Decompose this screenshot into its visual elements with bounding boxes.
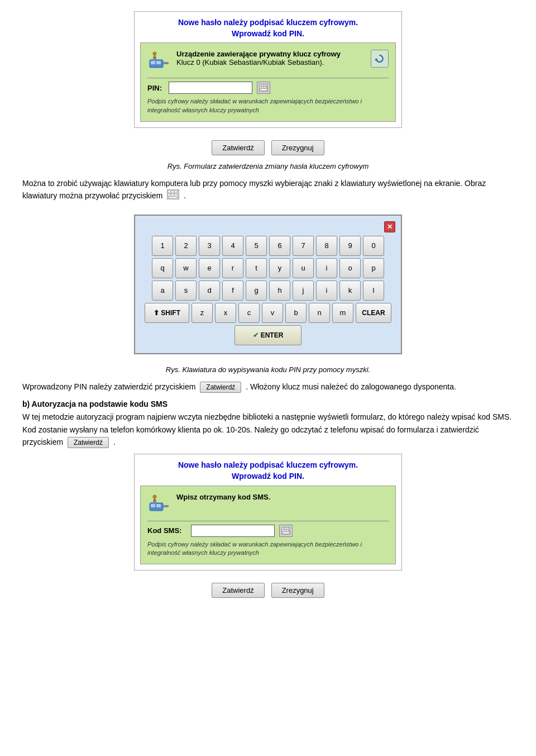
confirm-button-inline-1[interactable]: Zatwierdź bbox=[200, 382, 241, 393]
key-4[interactable]: 4 bbox=[222, 236, 243, 256]
sms-dialog-buttons: Zatwierdź Zrezygnuj bbox=[22, 583, 514, 598]
key-6[interactable]: 6 bbox=[269, 236, 290, 256]
pin-title-line1: Nowe hasło należy podpisać kluczem cyfro… bbox=[140, 17, 396, 28]
key-i[interactable]: i bbox=[316, 258, 337, 278]
pin-input-row: PIN: bbox=[147, 82, 389, 94]
sms-dialog-title: Nowe hasło należy podpisać kluczem cyfro… bbox=[135, 454, 401, 485]
key-g[interactable]: g bbox=[246, 280, 267, 301]
device-info: Urządzenie zawierające prywatny klucz cy… bbox=[176, 50, 365, 66]
svg-rect-36 bbox=[289, 527, 290, 529]
pin-input-field[interactable] bbox=[169, 82, 252, 94]
sms-divider bbox=[147, 521, 389, 521]
key-x[interactable]: x bbox=[215, 303, 236, 323]
key-k[interactable]: k bbox=[339, 280, 361, 301]
body-paragraph-3: W tej metodzie autoryzacji program najpi… bbox=[22, 411, 514, 448]
body-paragraph-1: Można to zrobić używając klawiatury komp… bbox=[22, 177, 514, 203]
key-s[interactable]: s bbox=[175, 280, 197, 301]
svg-rect-26 bbox=[151, 504, 155, 507]
key-0[interactable]: 0 bbox=[363, 236, 384, 256]
section-b-text-end: . bbox=[113, 438, 116, 446]
keyboard-icon-small bbox=[259, 84, 268, 92]
key-z[interactable]: z bbox=[192, 303, 213, 323]
key-q[interactable]: q bbox=[152, 258, 173, 278]
key-v[interactable]: v bbox=[262, 303, 283, 323]
sms-input-field[interactable] bbox=[191, 525, 275, 537]
svg-rect-15 bbox=[264, 87, 266, 88]
key-m[interactable]: m bbox=[332, 303, 353, 323]
keyboard-row-enter: ✔ ENTER bbox=[141, 325, 395, 345]
key-f[interactable]: f bbox=[222, 280, 243, 301]
svg-point-31 bbox=[153, 495, 156, 498]
body-paragraph-2: Wprowadzony PIN należy zatwierdzić przyc… bbox=[22, 381, 514, 393]
key-i2[interactable]: i bbox=[316, 280, 337, 301]
key-d[interactable]: d bbox=[199, 280, 220, 301]
keyboard-icon-inline bbox=[167, 189, 179, 203]
key-5[interactable]: 5 bbox=[246, 236, 267, 256]
key-e[interactable]: e bbox=[199, 258, 220, 278]
svg-rect-24 bbox=[169, 197, 177, 198]
key-h[interactable]: h bbox=[269, 280, 290, 301]
caption-1: Rys. Formularz zatwierdzenia zmiany hasł… bbox=[22, 162, 514, 170]
key-t[interactable]: t bbox=[246, 258, 267, 278]
key-3[interactable]: 3 bbox=[199, 236, 220, 256]
security-note: Podpis cyfrowy należy składać w warunkac… bbox=[147, 97, 389, 115]
top-dialog-buttons: Zatwierdź Zrezygnuj bbox=[22, 140, 514, 155]
svg-rect-21 bbox=[168, 194, 170, 196]
keyboard-row-numbers: 1 2 3 4 5 6 7 8 9 0 bbox=[141, 236, 395, 256]
svg-rect-2 bbox=[156, 61, 161, 64]
svg-rect-20 bbox=[175, 191, 177, 193]
keyboard-row-shift: ⬆ SHIFT z x c v b n m CLEAR bbox=[141, 303, 395, 323]
cancel-button-top[interactable]: Zrezygnuj bbox=[271, 140, 324, 155]
key-l[interactable]: l bbox=[363, 280, 384, 301]
key-9[interactable]: 9 bbox=[339, 236, 361, 256]
enter-key[interactable]: ✔ ENTER bbox=[234, 325, 302, 345]
sms-security-note: Podpis cyfrowy należy składać w warunkac… bbox=[147, 540, 389, 558]
svg-rect-11 bbox=[264, 84, 266, 86]
sms-dialog-inner: Wpisz otrzymany kod SMS. Kod SMS: bbox=[140, 486, 396, 565]
key-r[interactable]: r bbox=[222, 258, 243, 278]
confirm-button-top[interactable]: Zatwierdź bbox=[212, 140, 264, 155]
key-2[interactable]: 2 bbox=[175, 236, 197, 256]
confirm-button-inline-2[interactable]: Zatwierdź bbox=[68, 437, 109, 448]
shift-key[interactable]: ⬆ SHIFT bbox=[145, 303, 189, 323]
key-p[interactable]: p bbox=[363, 258, 384, 278]
svg-rect-37 bbox=[282, 530, 284, 531]
clear-key[interactable]: CLEAR bbox=[356, 303, 391, 323]
svg-rect-28 bbox=[163, 505, 169, 507]
device-section-label: Urządzenie zawierające prywatny klucz cy… bbox=[176, 50, 365, 58]
keyboard-titlebar: ✕ bbox=[141, 221, 395, 232]
svg-rect-18 bbox=[168, 191, 170, 193]
cancel-button-sms[interactable]: Zrezygnuj bbox=[271, 583, 324, 598]
svg-rect-39 bbox=[286, 530, 288, 531]
key-w[interactable]: w bbox=[175, 258, 197, 278]
refresh-device-button[interactable] bbox=[371, 50, 389, 68]
svg-rect-27 bbox=[156, 504, 161, 507]
key-y[interactable]: y bbox=[269, 258, 290, 278]
key-u[interactable]: u bbox=[293, 258, 314, 278]
keyboard-close-button[interactable]: ✕ bbox=[384, 221, 395, 232]
sms-title-line1: Nowe hasło należy podpisać kluczem cyfro… bbox=[140, 460, 396, 471]
body-text-1-end: . bbox=[184, 191, 186, 200]
pin-title-line2: Wprowadź kod PIN. bbox=[140, 28, 396, 40]
keyboard-toggle-button[interactable] bbox=[257, 82, 270, 94]
sms-keyboard-toggle-button[interactable] bbox=[279, 525, 293, 537]
key-c[interactable]: c bbox=[238, 303, 260, 323]
device-key-label: Klucz 0 (Kubiak Sebastian/Kubiak Sebasti… bbox=[176, 58, 365, 66]
body-text-2b: . Włożony klucz musi należeć do zalogowa… bbox=[246, 382, 456, 391]
pin-dialog-title: Nowe hasło należy podpisać kluczem cyfro… bbox=[135, 12, 401, 42]
caption-2: Rys. Klawiatura do wypisywania kodu PIN … bbox=[22, 365, 514, 374]
key-b[interactable]: b bbox=[285, 303, 307, 323]
key-8[interactable]: 8 bbox=[316, 236, 337, 256]
keyboard-window: ✕ 1 2 3 4 5 6 7 8 9 0 q w e r t y u i o … bbox=[134, 215, 402, 354]
key-o[interactable]: o bbox=[339, 258, 361, 278]
svg-rect-22 bbox=[171, 194, 174, 196]
key-a[interactable]: a bbox=[152, 280, 173, 301]
key-1[interactable]: 1 bbox=[152, 236, 173, 256]
key-n[interactable]: n bbox=[309, 303, 330, 323]
key-j[interactable]: j bbox=[293, 280, 314, 301]
key-7[interactable]: 7 bbox=[293, 236, 314, 256]
svg-rect-16 bbox=[260, 89, 267, 91]
sms-dialog-container: Nowe hasło należy podpisać kluczem cyfro… bbox=[22, 454, 514, 576]
confirm-button-sms[interactable]: Zatwierdź bbox=[212, 583, 264, 598]
svg-rect-12 bbox=[266, 84, 267, 86]
